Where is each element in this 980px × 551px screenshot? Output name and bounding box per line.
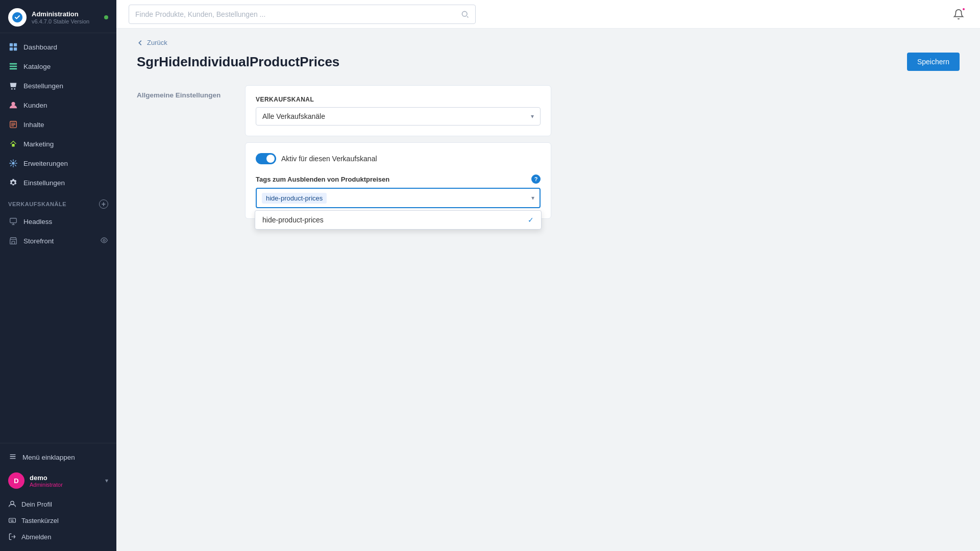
svg-rect-3 — [14, 47, 17, 51]
sidebar-item-label: Dashboard — [23, 43, 57, 51]
tags-section: Tags zum Ausblenden von Produktpreisen ?… — [256, 174, 541, 208]
settings-card: Verkaufskanal Alle Verkaufskanäle ▾ Akti… — [245, 85, 551, 219]
settings-icon — [8, 178, 18, 188]
tags-input-container: hide-product-prices ▾ hide-product-price… — [256, 188, 541, 208]
logout-icon — [8, 533, 16, 541]
arrow-left-icon — [137, 39, 144, 46]
sidebar-item-inhalte[interactable]: Inhalte — [0, 115, 116, 134]
catalog-icon — [8, 61, 18, 71]
user-menu: Dein Profil Tastenkürzel Abmelden — [0, 494, 116, 547]
sidebar-item-label: Einstellungen — [23, 179, 65, 187]
user-section[interactable]: D demo Administrator ▾ — [0, 467, 116, 494]
notification-badge — [962, 7, 966, 11]
sidebar-header: Administration v6.4.7.0 Stable Version — [0, 0, 116, 33]
app-info: Administration v6.4.7.0 Stable Version — [32, 10, 89, 24]
svg-rect-5 — [10, 66, 17, 67]
svg-rect-0 — [10, 43, 13, 46]
user-role: Administrator — [30, 482, 63, 488]
tags-text-input[interactable] — [329, 194, 529, 202]
sidebar-item-marketing[interactable]: Marketing — [0, 134, 116, 154]
svg-point-17 — [11, 501, 14, 504]
search-icon — [461, 10, 469, 18]
tags-field-header: Tags zum Ausblenden von Produktpreisen ? — [256, 174, 541, 184]
back-button[interactable]: Zurück — [137, 39, 960, 46]
chevron-down-icon: ▾ — [531, 194, 534, 202]
sidebar-item-headless[interactable]: Headless — [0, 212, 116, 231]
save-button[interactable]: Speichern — [907, 53, 960, 71]
tags-dropdown: hide-product-prices ✓ — [255, 210, 542, 230]
extensions-icon — [8, 158, 18, 168]
page-title: SgrHideIndividualProductPrices — [137, 54, 339, 70]
collapse-menu-button[interactable]: Menü einklappen — [0, 447, 116, 467]
headless-icon — [8, 216, 18, 227]
sidebar-item-label: Erweiterungen — [23, 160, 68, 167]
verkaufskanal-value: Alle Verkaufskanäle — [262, 112, 325, 120]
svg-rect-6 — [10, 68, 17, 70]
sidebar-item-bestellungen[interactable]: Bestellungen — [0, 76, 116, 95]
svg-point-16 — [103, 239, 105, 241]
svg-rect-13 — [10, 218, 17, 223]
storefront-icon — [8, 236, 18, 246]
dropdown-item[interactable]: hide-product-prices ✓ — [255, 211, 541, 229]
sidebar-item-erweiterungen[interactable]: Erweiterungen — [0, 154, 116, 173]
person-icon — [8, 500, 16, 508]
user-name: demo — [30, 474, 63, 482]
search-bar[interactable] — [129, 5, 476, 24]
logout-item[interactable]: Abmelden — [0, 529, 116, 545]
sidebar-item-label: Headless — [23, 218, 52, 226]
sidebar-item-label: Bestellungen — [23, 82, 63, 90]
sidebar-item-label: Kataloge — [23, 63, 51, 70]
sidebar-item-kataloge[interactable]: Kataloge — [0, 57, 116, 76]
verkaufskanal-select[interactable]: Alle Verkaufskanäle ▾ — [256, 107, 541, 126]
toggle-row: Aktiv für diesen Verkaufskanal — [256, 153, 541, 164]
sidebar-item-kunden[interactable]: Kunden — [0, 95, 116, 115]
sidebar-nav: Dashboard Kataloge Bestellungen Kunden I… — [0, 33, 116, 443]
notifications-button[interactable] — [949, 5, 968, 23]
svg-point-19 — [462, 11, 467, 16]
svg-rect-1 — [14, 43, 17, 46]
sidebar-item-einstellungen[interactable]: Einstellungen — [0, 173, 116, 192]
chevron-down-icon: ▾ — [531, 113, 534, 120]
keyboard-shortcuts-item[interactable]: Tastenkürzel — [0, 512, 116, 529]
svg-rect-11 — [12, 144, 14, 146]
sidebar-item-label: Kunden — [23, 102, 47, 109]
svg-point-9 — [11, 102, 15, 106]
verkaufskanal-label: Verkaufskanal — [256, 96, 541, 103]
sidebar-item-storefront[interactable]: Storefront — [0, 231, 116, 251]
visibility-icon — [100, 236, 108, 246]
search-input[interactable] — [135, 10, 457, 18]
aktiv-toggle[interactable] — [256, 153, 276, 164]
add-sales-channel-button[interactable]: + — [99, 199, 108, 209]
sidebar: Administration v6.4.7.0 Stable Version D… — [0, 0, 116, 551]
settings-card2: Aktiv für diesen Verkaufskanal Tags zum … — [245, 142, 551, 219]
content-icon — [8, 119, 18, 130]
keyboard-icon — [8, 516, 16, 524]
svg-point-7 — [11, 88, 13, 90]
toggle-label: Aktiv für diesen Verkaufskanal — [281, 155, 377, 163]
content-layout: Allgemeine Einstellungen Verkaufskanal A… — [137, 85, 960, 219]
customers-icon — [8, 100, 18, 110]
sidebar-item-dashboard[interactable]: Dashboard — [0, 37, 116, 57]
app-version: v6.4.7.0 Stable Version — [32, 18, 89, 24]
app-logo — [8, 8, 27, 27]
svg-rect-18 — [9, 518, 16, 522]
tag-badge: hide-product-prices — [262, 193, 327, 204]
app-name: Administration — [32, 10, 89, 18]
svg-point-12 — [12, 162, 14, 164]
page-content-area: Zurück SgrHideIndividualProductPrices Sp… — [116, 29, 980, 551]
info-icon[interactable]: ? — [531, 174, 541, 184]
svg-rect-14 — [10, 239, 17, 244]
svg-rect-4 — [10, 63, 17, 65]
sidebar-footer: Menü einklappen D demo Administrator ▾ D… — [0, 443, 116, 551]
marketing-icon — [8, 139, 18, 149]
collapse-icon — [8, 452, 17, 463]
user-info: demo Administrator — [30, 474, 63, 488]
tags-input-wrapper[interactable]: hide-product-prices ▾ — [256, 188, 541, 208]
user-profile-item[interactable]: Dein Profil — [0, 496, 116, 512]
checkmark-icon: ✓ — [528, 216, 534, 224]
dashboard-icon — [8, 42, 18, 52]
svg-rect-15 — [12, 241, 14, 244]
sidebar-item-label: Storefront — [23, 237, 54, 245]
orders-icon — [8, 81, 18, 91]
topbar — [116, 0, 980, 29]
